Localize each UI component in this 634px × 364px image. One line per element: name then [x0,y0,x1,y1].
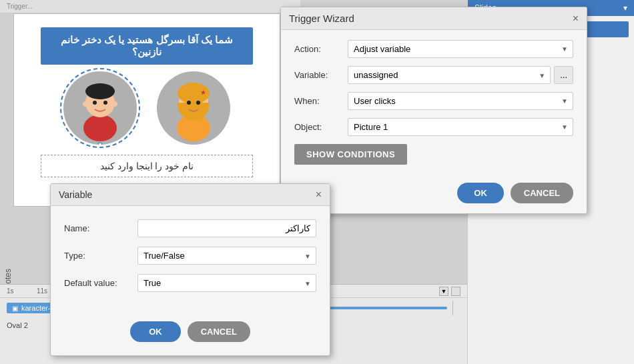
svg-point-4 [93,101,97,105]
when-row: When: User clicks ▼ [294,92,573,110]
var-name-label: Name: [64,223,131,233]
trigger-wizard-body: Action: Adjust variable ▼ Variable: unas… [281,30,587,175]
variable-cancel-btn[interactable]: CANCEL [188,321,250,342]
slide-canvas: شما یک آقا بسرگل هستید یا یک دختر خانم ن… [13,13,280,207]
slide-characters: ★ [14,71,280,145]
selection-handle-tl [63,71,65,73]
notes-label: otes [3,269,13,284]
var-name-row: Name: [64,219,316,237]
when-select[interactable]: User clicks [348,92,573,110]
svg-point-5 [103,101,107,105]
slide-input-placeholder: نام خود را اینجا وارد کنید [41,155,253,177]
selection-handle-tr [135,71,137,73]
top-ruler: Trigger... [0,0,300,13]
var-default-select[interactable]: True False [137,274,316,292]
selection-handle-bl [63,143,65,145]
timeline-scrollbar-v[interactable] [452,301,460,315]
when-select-wrapper: User clicks ▼ [348,92,573,110]
character-girl: ★ [157,71,230,145]
var-default-label: Default value: [64,278,131,288]
variable-dialog: Variable × Name: Type: True/False Number… [50,183,330,356]
boy-svg [67,75,133,141]
svg-point-3 [85,83,115,99]
oval-label: Oval 2 [7,321,28,329]
variable-footer: OK CANCEL [51,315,330,355]
action-select-wrapper: Adjust variable ▼ [348,40,573,58]
when-label: When: [294,96,341,106]
svg-point-7 [112,101,117,107]
trigger-ok-btn[interactable]: OK [457,183,504,203]
svg-point-6 [83,101,88,107]
footer-buttons: OK CANCEL [457,183,573,203]
character-boy [63,71,137,145]
var-type-select[interactable]: True/False Number Text [137,247,316,265]
slide-question-bar: شما یک آقا بسرگل هستید یا یک دختر خانم ن… [41,27,253,65]
variable-titlebar: Variable × [51,184,330,206]
trigger-wizard-close-btn[interactable]: × [573,13,579,24]
object-label: Object: [294,122,341,132]
variable-ok-btn[interactable]: OK [130,321,181,342]
ruler-label: Trigger... [7,3,33,10]
trigger-cancel-btn[interactable]: CANCEL [511,183,573,203]
variable-row: Variable: unassigned ▼ ... [294,66,573,84]
variable-title: Variable [59,189,92,200]
svg-text:★: ★ [200,89,206,96]
action-row: Action: Adjust variable ▼ [294,40,573,58]
trigger-wizard-title: Trigger Wizard [289,13,354,24]
timeline-icon-1[interactable] [451,287,460,296]
trigger-wizard-titlebar: Trigger Wizard × [281,7,587,30]
variable-select-wrapper: unassigned ▼ [348,66,551,84]
svg-point-1 [83,115,117,141]
selection-handle-bm [98,143,102,145]
karacter-icon: ▣ [12,305,18,312]
variable-select[interactable]: unassigned [348,66,551,84]
variable-select-group: unassigned ▼ ... [348,66,573,84]
selection-handle-br [135,143,137,145]
variable-ellipsis-btn[interactable]: ... [554,66,573,84]
variable-close-btn[interactable]: × [316,189,322,200]
svg-point-12 [187,101,191,105]
timeline-dropdown-btn[interactable]: ▼ [439,287,448,296]
var-type-label: Type: [64,251,131,261]
svg-point-13 [196,101,200,105]
var-name-input[interactable] [137,219,316,237]
show-conditions-btn[interactable]: SHOW CONDITIONS [294,144,407,165]
var-type-row: Type: True/False Number Text ▼ [64,247,316,265]
object-select-wrapper: Picture 1 ▼ [348,118,573,136]
right-panel-chevron[interactable]: ▾ [623,3,627,13]
object-row: Object: Picture 1 ▼ [294,118,573,136]
t-11: 11s [37,287,47,295]
action-select[interactable]: Adjust variable [348,40,573,58]
variable-body: Name: Type: True/False Number Text ▼ Def… [51,206,330,315]
object-select[interactable]: Picture 1 [348,118,573,136]
variable-label: Variable: [294,70,341,80]
girl-svg: ★ [160,75,227,141]
var-default-row: Default value: True False ▼ [64,274,316,292]
var-type-select-wrapper: True/False Number Text ▼ [137,247,316,265]
timeline-controls: ▼ [439,287,460,296]
show-conditions-row: SHOW CONDITIONS [294,144,573,165]
action-label: Action: [294,44,341,54]
timeline-start: 1s [7,287,27,295]
var-default-select-wrapper: True False ▼ [137,274,316,292]
